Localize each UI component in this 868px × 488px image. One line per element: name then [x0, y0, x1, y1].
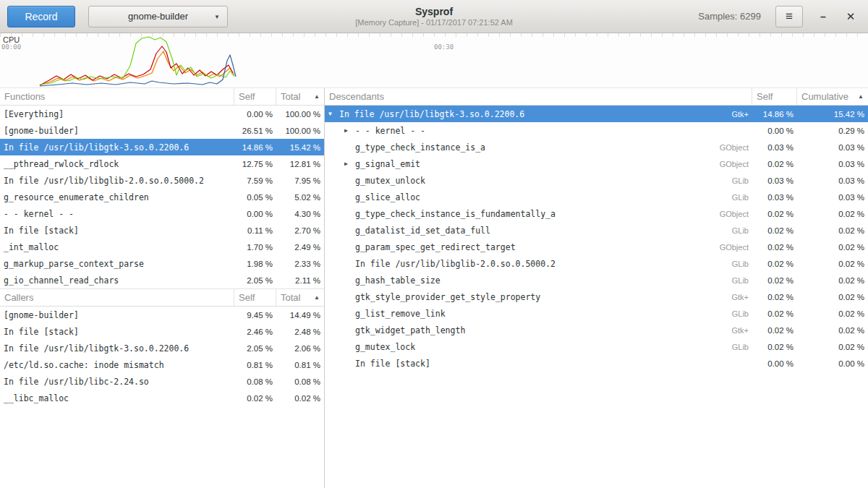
cpu-timeline[interactable]: CPU 00:00 00:30	[0, 33, 868, 88]
self-percent: 0.03 %	[752, 143, 797, 152]
table-row[interactable]: __pthread_rwlock_rdlock12.75 %12.81 %	[0, 155, 324, 172]
table-row[interactable]: [gnome-builder]26.51 %100.00 %	[0, 122, 324, 139]
total-percent: 100.00 %	[276, 127, 324, 135]
library-badge: GObject	[712, 143, 749, 152]
library-badge: GLib	[725, 276, 749, 285]
table-row[interactable]: g_param_spec_get_redirect_targetGObject0…	[325, 239, 868, 255]
table-row[interactable]: In file [stack]2.46 %2.48 %	[0, 323, 324, 340]
total-percent: 2.70 %	[276, 226, 324, 235]
function-name: - - kernel - -	[0, 209, 234, 219]
cumulative-percent: 0.02 %	[797, 309, 868, 318]
cumulative-percent: 0.29 %	[797, 127, 868, 135]
column-header-self[interactable]: Self	[234, 289, 276, 306]
self-percent: 0.02 %	[752, 326, 797, 335]
library-badge: GLib	[725, 226, 749, 235]
descendant-name-cell: g_param_spec_get_redirect_targetGObject	[325, 242, 752, 252]
column-label: Self	[239, 292, 255, 303]
descendant-name-cell: ▶- - kernel - -	[325, 126, 752, 136]
table-row[interactable]: _int_malloc1.70 %2.49 %	[0, 239, 324, 255]
descendant-name-cell: ▶g_signal_emitGObject	[325, 159, 752, 169]
self-percent: 9.45 %	[234, 311, 276, 320]
menu-button[interactable]: ≡	[775, 6, 803, 27]
function-name: _int_malloc	[0, 242, 234, 252]
column-label: Total	[281, 292, 300, 303]
table-row[interactable]: In file /usr/lib/libgtk-3.so.0.2200.62.0…	[0, 340, 324, 356]
table-row[interactable]: - - kernel - -0.00 %4.30 %	[0, 205, 324, 222]
minimize-button[interactable]: –	[813, 6, 833, 27]
function-name: gtk_style_provider_get_style_property	[355, 292, 540, 302]
functions-table: Functions Self Total ▲ [Everything]0.00 …	[0, 88, 324, 288]
table-row[interactable]: g_type_check_instance_is_aGObject0.03 %0…	[325, 139, 868, 155]
table-row[interactable]: In file /usr/lib/libglib-2.0.so.0.5000.2…	[0, 172, 324, 189]
descendant-name-cell: g_type_check_instance_is_aGObject	[325, 142, 752, 153]
table-row[interactable]: __libc_malloc0.02 %0.02 %	[0, 390, 324, 406]
callers-rows: [gnome-builder]9.45 %14.49 %In file [sta…	[0, 307, 324, 406]
function-name: In file /usr/lib/libglib-2.0.so.0.5000.2	[355, 259, 556, 269]
table-row[interactable]: g_resource_enumerate_children0.05 %5.02 …	[0, 189, 324, 205]
total-percent: 4.30 %	[276, 210, 324, 218]
table-row[interactable]: g_hash_table_sizeGLib0.02 %0.02 %	[325, 272, 868, 288]
table-row[interactable]: g_datalist_id_set_data_fullGLib0.02 %0.0…	[325, 222, 868, 239]
self-percent: 0.02 %	[752, 210, 797, 218]
self-percent: 0.02 %	[752, 293, 797, 301]
column-header-callers[interactable]: Callers	[0, 289, 234, 306]
expander-icon[interactable]: ▼	[328, 111, 339, 117]
column-header-functions[interactable]: Functions	[0, 88, 234, 105]
function-name: g_type_check_instance_is_a	[355, 142, 485, 153]
table-row[interactable]: In file /usr/lib/libglib-2.0.so.0.5000.2…	[325, 255, 868, 272]
column-header-total[interactable]: Total ▲	[276, 289, 324, 306]
table-row[interactable]: [gnome-builder]9.45 %14.49 %	[0, 307, 324, 323]
cumulative-percent: 0.03 %	[797, 160, 868, 168]
close-button[interactable]: ✕	[841, 6, 861, 27]
self-percent: 2.46 %	[234, 328, 276, 336]
total-percent: 100.00 %	[276, 110, 324, 119]
table-row[interactable]: ▶- - kernel - -0.00 %0.29 %	[325, 122, 868, 139]
column-label: Cumulative	[801, 91, 848, 102]
function-name: g_datalist_id_set_data_full	[355, 226, 490, 236]
self-percent: 1.98 %	[234, 260, 276, 268]
cumulative-percent: 15.42 %	[797, 110, 868, 119]
self-percent: 2.05 %	[234, 344, 276, 353]
table-row[interactable]: gtk_style_provider_get_style_propertyGtk…	[325, 288, 868, 305]
function-name: [gnome-builder]	[0, 310, 234, 320]
table-row[interactable]: g_io_channel_read_chars2.05 %2.11 %	[0, 272, 324, 288]
function-name: In file /usr/lib/libgtk-3.so.0.2200.6	[0, 343, 234, 354]
table-row[interactable]: g_mutex_lockGLib0.02 %0.02 %	[325, 338, 868, 355]
total-percent: 0.02 %	[276, 394, 324, 403]
self-percent: 26.51 %	[234, 127, 276, 135]
table-row[interactable]: /etc/ld.so.cache: inode mismatch0.81 %0.…	[0, 356, 324, 373]
table-row[interactable]: g_slice_allocGLib0.03 %0.03 %	[325, 189, 868, 205]
column-header-self[interactable]: Self	[234, 88, 276, 105]
column-header-total[interactable]: Total ▲	[276, 88, 324, 105]
library-badge: GObject	[712, 160, 749, 168]
expander-icon[interactable]: ▶	[344, 127, 355, 134]
descendant-name-cell: g_type_check_instance_is_fundamentally_a…	[325, 209, 752, 219]
table-row[interactable]: gtk_widget_path_lengthGtk+0.02 %0.02 %	[325, 322, 868, 338]
column-header-descendants[interactable]: Descendants	[325, 88, 752, 105]
column-header-cumulative[interactable]: Cumulative ▲	[797, 88, 868, 105]
table-row[interactable]: g_type_check_instance_is_fundamentally_a…	[325, 205, 868, 222]
table-row[interactable]: g_mutex_unlockGLib0.03 %0.03 %	[325, 172, 868, 189]
expander-icon[interactable]: ▶	[344, 160, 355, 167]
samples-count: Samples: 6299	[698, 11, 761, 22]
header-right: Samples: 6299 ≡ – ✕	[698, 6, 861, 27]
table-row[interactable]: g_markup_parse_context_parse1.98 %2.33 %	[0, 255, 324, 272]
table-row[interactable]: [Everything]0.00 %100.00 %	[0, 106, 324, 122]
table-row[interactable]: In file /usr/lib/libc-2.24.so0.08 %0.08 …	[0, 373, 324, 390]
self-percent: 0.02 %	[752, 343, 797, 351]
library-badge: GLib	[725, 309, 749, 318]
function-name: gtk_widget_path_length	[355, 325, 465, 335]
record-button[interactable]: Record	[7, 6, 75, 27]
descendant-name-cell: g_mutex_unlockGLib	[325, 176, 752, 186]
library-badge: Gtk+	[724, 110, 749, 119]
column-header-self[interactable]: Self	[752, 88, 797, 105]
table-row[interactable]: g_list_remove_linkGLib0.02 %0.02 %	[325, 305, 868, 322]
profile-dropdown[interactable]: gnome-builder ▼	[88, 6, 228, 27]
table-row[interactable]: ▶g_signal_emitGObject0.02 %0.03 %	[325, 155, 868, 172]
table-row[interactable]: ▼In file /usr/lib/libgtk-3.so.0.2200.6Gt…	[325, 106, 868, 122]
table-row[interactable]: In file [stack]0.00 %0.00 %	[325, 355, 868, 372]
profile-dropdown-label: gnome-builder	[128, 11, 188, 22]
table-row[interactable]: In file [stack]0.11 %2.70 %	[0, 222, 324, 239]
self-percent: 1.70 %	[234, 243, 276, 252]
table-row[interactable]: In file /usr/lib/libgtk-3.so.0.2200.614.…	[0, 139, 324, 155]
